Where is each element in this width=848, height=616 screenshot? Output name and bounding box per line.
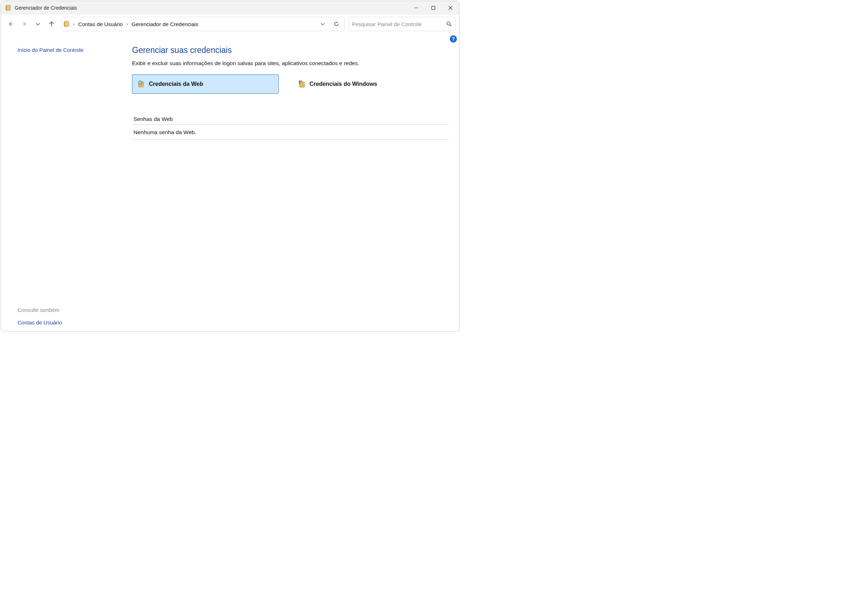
control-panel-window: Gerenciador de Credenciais bbox=[1, 1, 460, 332]
svg-rect-19 bbox=[299, 82, 300, 84]
main-content: Gerenciar suas credenciais Exibir e excl… bbox=[126, 33, 459, 331]
svg-rect-17 bbox=[299, 80, 300, 82]
tab-label: Credenciais da Web bbox=[149, 81, 203, 87]
see-also-label: Consulte também bbox=[18, 307, 116, 313]
svg-rect-11 bbox=[65, 21, 69, 27]
tab-web-credentials[interactable]: Credenciais da Web bbox=[132, 74, 279, 94]
svg-rect-20 bbox=[301, 82, 302, 84]
window-controls bbox=[408, 1, 459, 15]
web-credentials-icon bbox=[137, 80, 146, 88]
svg-point-12 bbox=[447, 22, 450, 25]
page-heading: Gerenciar suas credenciais bbox=[132, 46, 449, 55]
help-icon[interactable]: ? bbox=[450, 36, 457, 43]
see-also-link[interactable]: Contas de Usuário bbox=[18, 320, 62, 326]
window-title: Gerenciador de Credenciais bbox=[15, 5, 408, 11]
minimize-button[interactable] bbox=[408, 1, 425, 15]
tab-windows-credentials[interactable]: Credenciais do Windows bbox=[293, 74, 440, 94]
windows-credentials-icon bbox=[298, 80, 307, 88]
section-title: Senhas da Web bbox=[132, 114, 449, 125]
breadcrumb-separator-icon: › bbox=[72, 21, 76, 27]
recent-locations-button[interactable] bbox=[32, 18, 44, 30]
tab-label: Credenciais do Windows bbox=[310, 81, 377, 87]
search-box[interactable] bbox=[349, 17, 455, 31]
breadcrumb-item[interactable]: Contas de Usuário bbox=[78, 21, 123, 28]
refresh-button[interactable] bbox=[331, 18, 342, 30]
address-icon bbox=[64, 21, 70, 27]
breadcrumb-separator-icon: › bbox=[126, 21, 129, 27]
up-button[interactable] bbox=[46, 18, 58, 30]
address-dropdown-button[interactable] bbox=[317, 18, 328, 30]
svg-rect-3 bbox=[9, 7, 9, 8]
page-description: Exibir e excluir suas informações de log… bbox=[132, 60, 449, 67]
address-bar[interactable]: › Contas de Usuário › Gerenciador de Cre… bbox=[61, 17, 345, 31]
search-input[interactable] bbox=[352, 21, 446, 27]
close-button[interactable] bbox=[442, 1, 459, 15]
control-panel-home-link[interactable]: Início do Painel de Controle bbox=[18, 47, 116, 53]
maximize-button[interactable] bbox=[425, 1, 442, 15]
svg-line-13 bbox=[450, 25, 451, 26]
svg-rect-18 bbox=[301, 80, 302, 82]
nav-row: › Contas de Usuário › Gerenciador de Cre… bbox=[1, 15, 459, 33]
back-button[interactable] bbox=[4, 18, 17, 30]
app-icon bbox=[5, 4, 12, 11]
section-empty-message: Nenhuma senha da Web. bbox=[132, 126, 449, 139]
breadcrumb-item[interactable]: Gerenciador de Credenciais bbox=[131, 21, 199, 28]
search-icon[interactable] bbox=[446, 21, 452, 27]
titlebar: Gerenciador de Credenciais bbox=[1, 1, 459, 15]
sidebar: Início do Painel de Controle Consulte ta… bbox=[1, 33, 126, 331]
forward-button[interactable] bbox=[18, 18, 30, 30]
credential-tabs: Credenciais da Web bbox=[132, 74, 449, 94]
svg-rect-5 bbox=[432, 6, 435, 10]
content-body: ? Início do Painel de Controle Consulte … bbox=[1, 33, 459, 331]
